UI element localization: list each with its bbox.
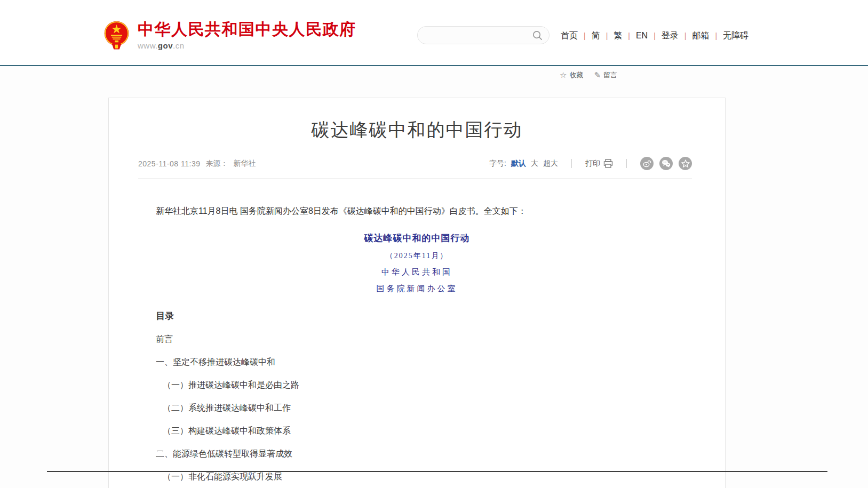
print-button[interactable]: 打印 — [585, 159, 613, 169]
fontsize-option-large[interactable]: 大 — [531, 159, 538, 169]
search-icon[interactable] — [532, 30, 543, 41]
comment-button[interactable]: ✎ 留言 — [594, 70, 617, 80]
site-title: 中华人民共和国中央人民政府 — [138, 20, 356, 38]
toc-heading: 目录 — [156, 310, 678, 322]
share-buttons — [640, 157, 692, 170]
page-actions: ☆ 收藏 ✎ 留言 — [560, 70, 617, 80]
vertical-divider — [626, 159, 627, 168]
article-meta-row: 2025-11-08 11:39 来源： 新华社 字号: 默认 大 超大 打印 — [138, 157, 692, 179]
weibo-icon — [642, 159, 651, 168]
toc-item: 二、能源绿色低碳转型取得显著成效 — [156, 448, 678, 460]
print-label: 打印 — [585, 159, 600, 169]
nav-accessibility[interactable]: 无障碍 — [717, 30, 754, 42]
search-box[interactable] — [417, 26, 550, 44]
toc-item: 前言 — [156, 333, 678, 345]
vertical-divider — [571, 159, 572, 168]
intro-paragraph: 新华社北京11月8日电 国务院新闻办公室8日发布《碳达峰碳中和的中国行动》白皮书… — [156, 204, 678, 218]
wechat-share-button[interactable] — [659, 157, 673, 170]
fontsize-option-xlarge[interactable]: 超大 — [543, 159, 558, 169]
article-title: 碳达峰碳中和的中国行动 — [109, 118, 725, 142]
article-body: 新华社北京11月8日电 国务院新闻办公室8日发布《碳达峰碳中和的中国行动》白皮书… — [156, 204, 678, 483]
article-date: 2025-11-08 11:39 — [138, 159, 200, 168]
site-brand[interactable]: 中华人民共和国中央人民政府 www.gov.cn — [102, 20, 356, 51]
fontsize-option-default[interactable]: 默认 — [511, 159, 526, 169]
site-header: 中华人民共和国中央人民政府 www.gov.cn 首页| 简| 繁| EN| 登… — [0, 0, 868, 65]
nav-separator: | — [684, 31, 687, 40]
document-org-line-1: 中华人民共和国 — [156, 267, 678, 277]
nav-english[interactable]: EN — [630, 31, 654, 41]
favorite-button[interactable]: ☆ 收藏 — [560, 70, 583, 80]
favorite-label: 收藏 — [569, 70, 583, 80]
page: 中华人民共和国中央人民政府 www.gov.cn 首页| 简| 繁| EN| 登… — [0, 0, 868, 488]
nav-separator: | — [584, 31, 586, 40]
toc-item: 一、坚定不移推进碳达峰碳中和 — [156, 356, 678, 368]
nav-separator: | — [654, 31, 656, 40]
nav-traditional[interactable]: 繁 — [608, 30, 628, 42]
fontsize-label: 字号: — [489, 159, 506, 169]
qzone-share-button[interactable] — [679, 157, 692, 170]
star-outline-icon: ☆ — [560, 70, 567, 80]
national-emblem-logo — [102, 20, 131, 51]
document-title: 碳达峰碳中和的中国行动 — [156, 232, 678, 244]
qzone-star-icon — [681, 159, 690, 168]
toc-item: （一）非化石能源实现跃升发展 — [156, 471, 678, 483]
toc-item: （二）系统推进碳达峰碳中和工作 — [156, 402, 678, 414]
document-org-line-2: 国务院新闻办公室 — [156, 284, 678, 294]
source-label: 来源： — [205, 159, 228, 169]
toc-item: （一）推进碳达峰碳中和是必由之路 — [156, 379, 678, 391]
brand-text: 中华人民共和国中央人民政府 www.gov.cn — [138, 20, 356, 50]
pencil-icon: ✎ — [594, 70, 601, 80]
site-url: www.gov.cn — [138, 41, 356, 50]
weibo-share-button[interactable] — [640, 157, 654, 170]
article-card: 碳达峰碳中和的中国行动 2025-11-08 11:39 来源： 新华社 字号:… — [108, 98, 726, 488]
article-meta-right: 字号: 默认 大 超大 打印 — [489, 157, 692, 170]
search-input[interactable] — [418, 27, 527, 44]
top-nav: 首页| 简| 繁| EN| 登录| 邮箱| 无障碍 — [555, 29, 754, 42]
comment-label: 留言 — [603, 70, 617, 80]
nav-separator: | — [606, 31, 608, 40]
url-suffix: .cn — [173, 41, 185, 50]
source-value: 新华社 — [233, 159, 256, 169]
nav-simplified[interactable]: 简 — [586, 30, 606, 42]
article-meta-left: 2025-11-08 11:39 来源： 新华社 — [138, 159, 256, 169]
nav-mail[interactable]: 邮箱 — [686, 30, 715, 42]
url-domain: gov — [158, 41, 173, 50]
document-date: （2025年11月） — [156, 251, 678, 261]
nav-home[interactable]: 首页 — [555, 30, 584, 42]
nav-separator: | — [715, 31, 717, 40]
nav-separator: | — [628, 31, 630, 40]
wechat-icon — [662, 159, 671, 168]
toc-item: （三）构建碳达峰碳中和政策体系 — [156, 425, 678, 437]
viewport-bottom-edge — [47, 471, 827, 472]
nav-login[interactable]: 登录 — [656, 30, 684, 42]
printer-icon — [603, 159, 613, 168]
url-prefix: www. — [138, 41, 158, 50]
